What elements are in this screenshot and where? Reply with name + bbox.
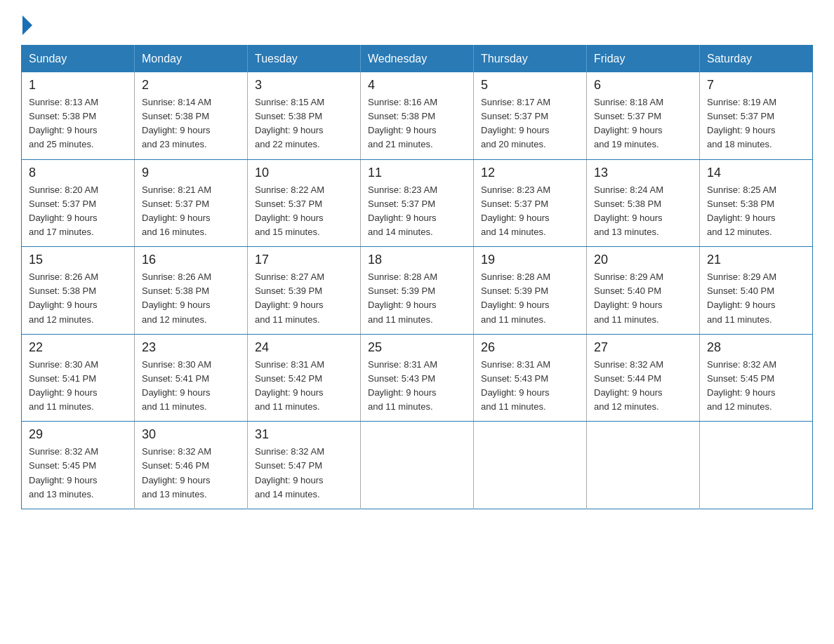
- calendar-table: Sunday Monday Tuesday Wednesday Thursday…: [21, 45, 813, 509]
- day-info: Sunrise: 8:32 AMSunset: 5:46 PMDaylight:…: [142, 445, 240, 502]
- table-row: 6Sunrise: 8:18 AMSunset: 5:37 PMDaylight…: [587, 72, 700, 159]
- day-info: Sunrise: 8:13 AMSunset: 5:38 PMDaylight:…: [29, 95, 127, 152]
- table-row: 18Sunrise: 8:28 AMSunset: 5:39 PMDayligh…: [361, 247, 474, 335]
- day-info: Sunrise: 8:27 AMSunset: 5:39 PMDaylight:…: [255, 270, 353, 327]
- day-number: 3: [255, 78, 353, 93]
- day-info: Sunrise: 8:26 AMSunset: 5:38 PMDaylight:…: [142, 270, 240, 327]
- table-row: 22Sunrise: 8:30 AMSunset: 5:41 PMDayligh…: [22, 334, 135, 422]
- table-row: 12Sunrise: 8:23 AMSunset: 5:37 PMDayligh…: [474, 159, 587, 247]
- day-info: Sunrise: 8:30 AMSunset: 5:41 PMDaylight:…: [142, 358, 240, 415]
- day-info: Sunrise: 8:23 AMSunset: 5:37 PMDaylight:…: [368, 183, 466, 240]
- day-number: 22: [29, 340, 127, 355]
- table-row: 8Sunrise: 8:20 AMSunset: 5:37 PMDaylight…: [22, 159, 135, 247]
- day-number: 14: [707, 166, 805, 180]
- day-number: 13: [594, 166, 692, 180]
- table-row: 2Sunrise: 8:14 AMSunset: 5:38 PMDaylight…: [135, 72, 248, 159]
- day-number: 29: [29, 427, 127, 442]
- day-number: 8: [29, 166, 127, 180]
- day-number: 18: [368, 253, 466, 267]
- day-info: Sunrise: 8:25 AMSunset: 5:38 PMDaylight:…: [707, 183, 805, 240]
- table-row: 28Sunrise: 8:32 AMSunset: 5:45 PMDayligh…: [700, 334, 813, 422]
- day-number: 19: [481, 253, 579, 267]
- day-number: 20: [594, 253, 692, 267]
- table-row: 15Sunrise: 8:26 AMSunset: 5:38 PMDayligh…: [22, 247, 135, 335]
- day-info: Sunrise: 8:31 AMSunset: 5:43 PMDaylight:…: [481, 358, 579, 415]
- day-info: Sunrise: 8:31 AMSunset: 5:43 PMDaylight:…: [368, 358, 466, 415]
- table-row: [700, 422, 813, 509]
- table-row: 4Sunrise: 8:16 AMSunset: 5:38 PMDaylight…: [361, 72, 474, 159]
- header-friday: Friday: [587, 46, 700, 73]
- table-row: 20Sunrise: 8:29 AMSunset: 5:40 PMDayligh…: [587, 247, 700, 335]
- table-row: 25Sunrise: 8:31 AMSunset: 5:43 PMDayligh…: [361, 334, 474, 422]
- table-row: 29Sunrise: 8:32 AMSunset: 5:45 PMDayligh…: [22, 422, 135, 509]
- day-number: 6: [594, 78, 692, 93]
- calendar-week-row: 8Sunrise: 8:20 AMSunset: 5:37 PMDaylight…: [22, 159, 813, 247]
- day-number: 12: [481, 166, 579, 180]
- table-row: [361, 422, 474, 509]
- day-number: 28: [707, 340, 805, 355]
- table-row: 31Sunrise: 8:32 AMSunset: 5:47 PMDayligh…: [248, 422, 361, 509]
- calendar-header-row: Sunday Monday Tuesday Wednesday Thursday…: [22, 46, 813, 73]
- day-number: 26: [481, 340, 579, 355]
- day-info: Sunrise: 8:32 AMSunset: 5:44 PMDaylight:…: [594, 358, 692, 415]
- day-number: 16: [142, 253, 240, 267]
- day-info: Sunrise: 8:29 AMSunset: 5:40 PMDaylight:…: [594, 270, 692, 327]
- day-info: Sunrise: 8:31 AMSunset: 5:42 PMDaylight:…: [255, 358, 353, 415]
- calendar-week-row: 1Sunrise: 8:13 AMSunset: 5:38 PMDaylight…: [22, 72, 813, 159]
- page-header: [21, 14, 813, 32]
- day-number: 23: [142, 340, 240, 355]
- day-number: 9: [142, 166, 240, 180]
- table-row: 19Sunrise: 8:28 AMSunset: 5:39 PMDayligh…: [474, 247, 587, 335]
- table-row: [587, 422, 700, 509]
- table-row: [474, 422, 587, 509]
- header-wednesday: Wednesday: [361, 46, 474, 73]
- table-row: 27Sunrise: 8:32 AMSunset: 5:44 PMDayligh…: [587, 334, 700, 422]
- day-number: 11: [368, 166, 466, 180]
- logo-arrow-icon: [22, 15, 32, 35]
- table-row: 21Sunrise: 8:29 AMSunset: 5:40 PMDayligh…: [700, 247, 813, 335]
- day-number: 2: [142, 78, 240, 93]
- day-info: Sunrise: 8:28 AMSunset: 5:39 PMDaylight:…: [368, 270, 466, 327]
- day-number: 7: [707, 78, 805, 93]
- calendar-week-row: 15Sunrise: 8:26 AMSunset: 5:38 PMDayligh…: [22, 247, 813, 335]
- table-row: 13Sunrise: 8:24 AMSunset: 5:38 PMDayligh…: [587, 159, 700, 247]
- day-info: Sunrise: 8:21 AMSunset: 5:37 PMDaylight:…: [142, 183, 240, 240]
- header-monday: Monday: [135, 46, 248, 73]
- day-number: 25: [368, 340, 466, 355]
- table-row: 14Sunrise: 8:25 AMSunset: 5:38 PMDayligh…: [700, 159, 813, 247]
- day-info: Sunrise: 8:15 AMSunset: 5:38 PMDaylight:…: [255, 95, 353, 152]
- day-number: 17: [255, 253, 353, 267]
- day-info: Sunrise: 8:22 AMSunset: 5:37 PMDaylight:…: [255, 183, 353, 240]
- day-info: Sunrise: 8:16 AMSunset: 5:38 PMDaylight:…: [368, 95, 466, 152]
- table-row: 26Sunrise: 8:31 AMSunset: 5:43 PMDayligh…: [474, 334, 587, 422]
- day-number: 4: [368, 78, 466, 93]
- table-row: 7Sunrise: 8:19 AMSunset: 5:37 PMDaylight…: [700, 72, 813, 159]
- table-row: 3Sunrise: 8:15 AMSunset: 5:38 PMDaylight…: [248, 72, 361, 159]
- table-row: 5Sunrise: 8:17 AMSunset: 5:37 PMDaylight…: [474, 72, 587, 159]
- calendar-week-row: 29Sunrise: 8:32 AMSunset: 5:45 PMDayligh…: [22, 422, 813, 509]
- table-row: 23Sunrise: 8:30 AMSunset: 5:41 PMDayligh…: [135, 334, 248, 422]
- day-info: Sunrise: 8:26 AMSunset: 5:38 PMDaylight:…: [29, 270, 127, 327]
- day-info: Sunrise: 8:20 AMSunset: 5:37 PMDaylight:…: [29, 183, 127, 240]
- day-number: 15: [29, 253, 127, 267]
- table-row: 9Sunrise: 8:21 AMSunset: 5:37 PMDaylight…: [135, 159, 248, 247]
- day-number: 21: [707, 253, 805, 267]
- table-row: 10Sunrise: 8:22 AMSunset: 5:37 PMDayligh…: [248, 159, 361, 247]
- table-row: 24Sunrise: 8:31 AMSunset: 5:42 PMDayligh…: [248, 334, 361, 422]
- day-info: Sunrise: 8:30 AMSunset: 5:41 PMDaylight:…: [29, 358, 127, 415]
- day-number: 5: [481, 78, 579, 93]
- table-row: 17Sunrise: 8:27 AMSunset: 5:39 PMDayligh…: [248, 247, 361, 335]
- day-number: 27: [594, 340, 692, 355]
- day-info: Sunrise: 8:23 AMSunset: 5:37 PMDaylight:…: [481, 183, 579, 240]
- day-info: Sunrise: 8:29 AMSunset: 5:40 PMDaylight:…: [707, 270, 805, 327]
- day-number: 1: [29, 78, 127, 93]
- table-row: 16Sunrise: 8:26 AMSunset: 5:38 PMDayligh…: [135, 247, 248, 335]
- calendar-week-row: 22Sunrise: 8:30 AMSunset: 5:41 PMDayligh…: [22, 334, 813, 422]
- day-info: Sunrise: 8:14 AMSunset: 5:38 PMDaylight:…: [142, 95, 240, 152]
- day-info: Sunrise: 8:24 AMSunset: 5:38 PMDaylight:…: [594, 183, 692, 240]
- day-info: Sunrise: 8:18 AMSunset: 5:37 PMDaylight:…: [594, 95, 692, 152]
- day-info: Sunrise: 8:32 AMSunset: 5:47 PMDaylight:…: [255, 445, 353, 502]
- header-tuesday: Tuesday: [248, 46, 361, 73]
- header-saturday: Saturday: [700, 46, 813, 73]
- day-info: Sunrise: 8:32 AMSunset: 5:45 PMDaylight:…: [29, 445, 127, 502]
